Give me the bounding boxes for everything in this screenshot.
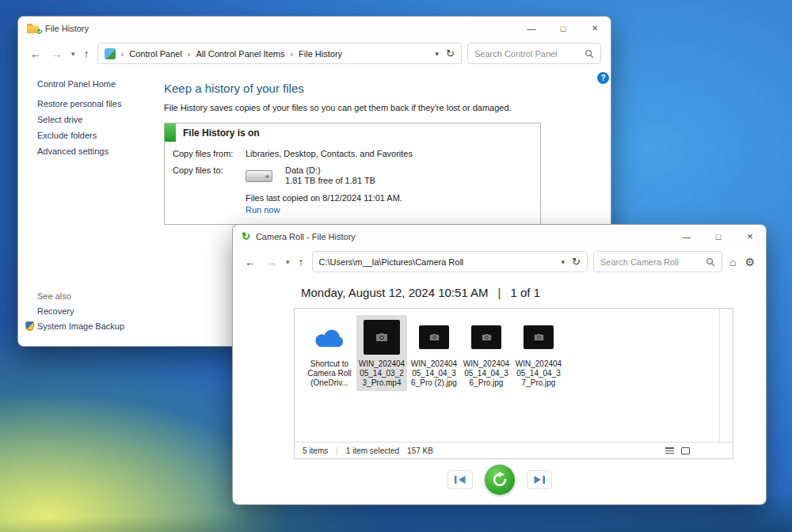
cr-titlebar[interactable]: ↻ Camera Roll - File History — □ ×	[233, 225, 766, 248]
history-date: Monday, August 12, 2024 10:51 AM	[301, 286, 489, 299]
cr-search-placeholder: Search Camera Roll	[600, 257, 679, 267]
cp-toolbar: ← → ▾ ↑ › Control Panel › All Control Pa…	[18, 40, 611, 70]
restore-arrow-icon	[491, 471, 508, 488]
cp-search-placeholder: Search Control Panel	[474, 49, 558, 59]
details-view-icon[interactable]	[665, 447, 674, 454]
address-path: C:\Users\m__la\Pictures\Camera Roll	[319, 257, 464, 267]
status-divider: |	[336, 446, 338, 455]
close-button[interactable]: ×	[579, 17, 611, 40]
minimize-button[interactable]: —	[671, 225, 703, 248]
search-icon	[584, 49, 594, 59]
thumbnail-view-icon[interactable]	[681, 447, 690, 454]
back-button[interactable]: ←	[242, 256, 258, 268]
camera-icon	[375, 332, 388, 342]
cp-address-bar[interactable]: › Control Panel › All Control Panel Item…	[97, 43, 462, 64]
gear-icon[interactable]: ⚙	[743, 256, 756, 268]
file-label: Shortcut to Camera Roll (OneDriv...	[306, 359, 353, 388]
previous-version-button[interactable]	[447, 470, 473, 489]
cr-window-controls: — □ ×	[671, 225, 766, 248]
sidebar-item-recovery[interactable]: Recovery	[37, 306, 124, 316]
camera-icon	[534, 333, 544, 341]
sidebar-item-select-drive[interactable]: Select drive	[37, 115, 162, 124]
cp-window-controls: — □ ×	[516, 17, 611, 40]
cp-search-input[interactable]: Search Control Panel	[467, 43, 601, 64]
close-button[interactable]: ×	[734, 225, 766, 248]
up-button[interactable]: ↑	[82, 48, 92, 60]
status-title: File History is on	[183, 127, 260, 139]
file-label: WIN_20240405_14_03_23_Pro.mp4	[358, 359, 406, 388]
sidebar-item-control-panel-home[interactable]: Control Panel Home	[37, 79, 162, 89]
breadcrumb-separator-icon: ›	[121, 49, 124, 59]
run-now-link[interactable]: Run now	[246, 205, 280, 215]
photo-thumbnail	[471, 325, 501, 349]
breadcrumb-control-panel[interactable]: Control Panel	[129, 49, 182, 59]
breadcrumb-file-history[interactable]: File History	[299, 49, 342, 59]
file-history-restore-icon: ↻	[242, 230, 250, 242]
page-title: Keep a history of your files	[164, 82, 592, 95]
recent-pages-chevron-icon[interactable]: ▾	[285, 258, 291, 266]
home-icon[interactable]: ⌂	[728, 256, 737, 268]
file-label: WIN_20240405_14_04_36_Pro.jpg	[463, 359, 510, 388]
up-button[interactable]: ↑	[296, 256, 307, 268]
address-dropdown-chevron-icon[interactable]: ▾	[436, 50, 440, 58]
back-button[interactable]: ←	[28, 48, 44, 60]
page-description: File History saves copies of your files …	[164, 103, 592, 112]
status-on-indicator	[165, 124, 176, 142]
file-item-photo[interactable]: WIN_20240405_14_04_36_Pro (2).jpg	[409, 315, 459, 391]
sidebar-item-system-image-backup[interactable]: System Image Backup	[37, 321, 124, 331]
sidebar-item-exclude-folders[interactable]: Exclude folders	[37, 131, 162, 140]
cp-titlebar[interactable]: ↻ File History — □ ×	[18, 17, 611, 40]
file-item-video-selected[interactable]: WIN_20240405_14_03_23_Pro.mp4	[356, 315, 407, 391]
forward-button[interactable]: →	[264, 256, 280, 268]
photo-thumbnail	[419, 325, 449, 349]
status-bar: 5 items | 1 item selected 157 KB	[295, 442, 733, 458]
recent-pages-chevron-icon[interactable]: ▾	[70, 50, 76, 58]
selection-count: 1 item selected	[346, 446, 399, 455]
copy-from-label: Copy files from:	[173, 149, 236, 158]
breadcrumb-separator-icon: ›	[188, 49, 191, 59]
minimize-button[interactable]: —	[516, 17, 547, 40]
maximize-button[interactable]: □	[547, 17, 579, 40]
search-icon	[706, 257, 715, 267]
drive-name: Data (D:)	[285, 165, 375, 176]
cr-search-input[interactable]: Search Camera Roll	[593, 251, 722, 272]
drive-free-space: 1.81 TB free of 1.81 TB	[285, 176, 375, 186]
cp-sidebar: Control Panel Home Restore personal file…	[18, 70, 162, 344]
drive-icon	[246, 170, 272, 182]
video-thumbnail	[364, 320, 400, 355]
refresh-icon[interactable]: ↻	[446, 48, 455, 59]
restore-button[interactable]	[485, 465, 515, 495]
copy-from-value: Libraries, Desktop, Contacts, and Favori…	[246, 149, 532, 158]
forward-button[interactable]: →	[49, 48, 65, 60]
see-also-label: See also	[37, 291, 124, 301]
previous-icon	[454, 475, 466, 484]
address-dropdown-chevron-icon[interactable]: ▾	[562, 258, 565, 266]
next-icon	[533, 475, 546, 484]
sidebar-item-restore-personal-files[interactable]: Restore personal files	[37, 99, 162, 108]
selection-size: 157 KB	[407, 446, 433, 455]
sidebar-item-advanced-settings[interactable]: Advanced settings	[37, 146, 162, 156]
shield-icon	[25, 321, 34, 331]
camera-roll-window: ↻ Camera Roll - File History — □ × ← → ▾…	[232, 224, 767, 505]
camera-icon	[482, 333, 492, 341]
restore-controls	[233, 465, 766, 495]
file-item-photo[interactable]: WIN_20240405_14_04_36_Pro.jpg	[461, 315, 512, 391]
help-icon[interactable]: ?	[597, 72, 609, 84]
copy-to-label: Copy files to:	[173, 165, 236, 186]
cr-address-bar[interactable]: C:\Users\m__la\Pictures\Camera Roll ▾ ↻	[312, 251, 588, 272]
control-panel-icon	[105, 48, 116, 59]
history-date-heading: Monday, August 12, 2024 10:51 AM | 1 of …	[301, 286, 766, 299]
photo-thumbnail	[524, 325, 554, 349]
refresh-icon[interactable]: ↻	[572, 256, 581, 268]
maximize-button[interactable]: □	[703, 225, 734, 248]
camera-icon	[429, 333, 440, 341]
cr-window-title: Camera Roll - File History	[256, 232, 356, 241]
file-label: WIN_20240405_14_04_36_Pro (2).jpg	[410, 359, 458, 388]
file-list-panel: Shortcut to Camera Roll (OneDriv... WIN_…	[294, 308, 733, 459]
vertical-scrollbar[interactable]	[719, 309, 733, 442]
breadcrumb-all-control-panel-items[interactable]: All Control Panel Items	[196, 49, 285, 59]
file-item-onedrive-shortcut[interactable]: Shortcut to Camera Roll (OneDriv...	[304, 315, 355, 391]
next-version-button[interactable]	[527, 470, 552, 489]
cp-window-title: File History	[45, 24, 89, 33]
file-item-photo[interactable]: WIN_20240405_14_04_37_Pro.jpg	[513, 315, 564, 391]
